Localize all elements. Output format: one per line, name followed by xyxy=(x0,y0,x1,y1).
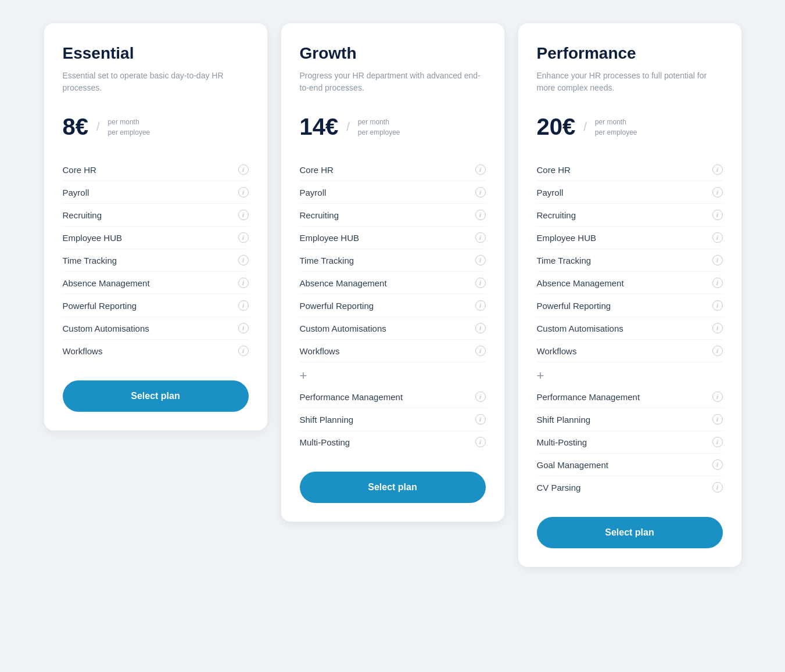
feature-label: Payroll xyxy=(63,188,89,197)
list-item: Powerful Reportingi xyxy=(300,294,486,317)
info-icon[interactable]: i xyxy=(712,323,723,333)
list-item: Absence Managementi xyxy=(300,272,486,294)
info-icon[interactable]: i xyxy=(238,187,249,197)
feature-label: Powerful Reporting xyxy=(537,301,611,311)
info-icon[interactable]: i xyxy=(238,323,249,333)
plan-description-essential: Essential set to operate basic day-to-da… xyxy=(63,70,249,98)
info-icon[interactable]: i xyxy=(712,346,723,356)
features-list-essential: Core HRiPayrolliRecruitingiEmployee HUBi… xyxy=(63,159,249,362)
info-icon[interactable]: i xyxy=(475,210,486,220)
list-item: Recruitingi xyxy=(537,204,723,227)
info-icon[interactable]: i xyxy=(712,210,723,220)
select-plan-button-growth[interactable]: Select plan xyxy=(300,472,486,503)
plan-description-growth: Progress your HR department with advance… xyxy=(300,70,486,98)
list-item: Multi-Postingi xyxy=(537,431,723,454)
feature-label: Workflows xyxy=(300,346,340,356)
price-unit-essential: per monthper employee xyxy=(108,117,150,138)
list-item: Workflowsi xyxy=(300,340,486,362)
feature-label: Workflows xyxy=(63,346,103,356)
info-icon[interactable]: i xyxy=(712,482,723,493)
info-icon[interactable]: i xyxy=(712,278,723,288)
select-plan-button-essential[interactable]: Select plan xyxy=(63,380,249,412)
feature-label: Custom Automisations xyxy=(300,324,386,333)
list-item: Employee HUBi xyxy=(63,227,249,249)
info-icon[interactable]: i xyxy=(238,346,249,356)
price-amount-performance: 20€ xyxy=(537,114,576,140)
info-icon[interactable]: i xyxy=(238,164,249,175)
info-icon[interactable]: i xyxy=(238,232,249,243)
feature-label: Payroll xyxy=(300,188,327,197)
feature-label: Employee HUB xyxy=(63,233,123,243)
feature-label: Recruiting xyxy=(537,210,576,220)
feature-label: Workflows xyxy=(537,346,577,356)
price-amount-essential: 8€ xyxy=(63,114,89,140)
info-icon[interactable]: i xyxy=(475,391,486,402)
list-item: Recruitingi xyxy=(63,204,249,227)
info-icon[interactable]: i xyxy=(712,164,723,175)
info-icon[interactable]: i xyxy=(712,187,723,197)
plan-card-essential: EssentialEssential set to operate basic … xyxy=(44,23,267,430)
list-item: Time Trackingi xyxy=(537,249,723,272)
plan-card-growth: GrowthProgress your HR department with a… xyxy=(281,23,504,522)
feature-label: Absence Management xyxy=(300,278,387,288)
info-icon[interactable]: i xyxy=(238,210,249,220)
feature-label: Recruiting xyxy=(63,210,102,220)
price-unit-growth: per monthper employee xyxy=(358,117,400,138)
info-icon[interactable]: i xyxy=(475,232,486,243)
feature-label: Payroll xyxy=(537,188,564,197)
info-icon[interactable]: i xyxy=(475,187,486,197)
info-icon[interactable]: i xyxy=(712,437,723,447)
list-item: Absence Managementi xyxy=(537,272,723,294)
info-icon[interactable]: i xyxy=(475,346,486,356)
price-amount-growth: 14€ xyxy=(300,114,339,140)
features-separator: + xyxy=(537,362,723,386)
list-item: Custom Automisationsi xyxy=(300,317,486,340)
info-icon[interactable]: i xyxy=(475,437,486,447)
plan-name-performance: Performance xyxy=(537,44,723,63)
info-icon[interactable]: i xyxy=(712,391,723,402)
price-unit-performance: per monthper employee xyxy=(595,117,637,138)
feature-label: Employee HUB xyxy=(537,233,597,243)
info-icon[interactable]: i xyxy=(238,278,249,288)
info-icon[interactable]: i xyxy=(712,232,723,243)
feature-label: Goal Management xyxy=(537,460,608,470)
list-item: Performance Managementi xyxy=(537,386,723,408)
separator-label: + xyxy=(537,368,544,383)
pricing-container: EssentialEssential set to operate basic … xyxy=(44,23,741,567)
feature-label: Multi-Posting xyxy=(537,437,587,447)
info-icon[interactable]: i xyxy=(712,414,723,425)
list-item: Shift Planningi xyxy=(537,408,723,431)
list-item: Time Trackingi xyxy=(63,249,249,272)
feature-label: Time Tracking xyxy=(537,256,592,265)
feature-label: CV Parsing xyxy=(537,483,581,493)
info-icon[interactable]: i xyxy=(475,255,486,265)
feature-label: Custom Automisations xyxy=(63,324,149,333)
list-item: Employee HUBi xyxy=(300,227,486,249)
info-icon[interactable]: i xyxy=(712,255,723,265)
info-icon[interactable]: i xyxy=(475,300,486,311)
info-icon[interactable]: i xyxy=(475,164,486,175)
features-separator: + xyxy=(300,362,486,386)
feature-label: Employee HUB xyxy=(300,233,360,243)
feature-label: Performance Management xyxy=(537,392,640,402)
feature-label: Core HR xyxy=(537,165,571,175)
select-plan-button-performance[interactable]: Select plan xyxy=(537,517,723,548)
price-divider-performance: / xyxy=(583,120,587,134)
info-icon[interactable]: i xyxy=(238,300,249,311)
list-item: Core HRi xyxy=(300,159,486,181)
list-item: Workflowsi xyxy=(63,340,249,362)
info-icon[interactable]: i xyxy=(475,278,486,288)
info-icon[interactable]: i xyxy=(712,459,723,470)
info-icon[interactable]: i xyxy=(475,414,486,425)
info-icon[interactable]: i xyxy=(712,300,723,311)
list-item: Core HRi xyxy=(63,159,249,181)
list-item: Time Trackingi xyxy=(300,249,486,272)
plan-name-essential: Essential xyxy=(63,44,249,63)
list-item: Multi-Postingi xyxy=(300,431,486,453)
feature-label: Performance Management xyxy=(300,392,403,402)
list-item: Recruitingi xyxy=(300,204,486,227)
info-icon[interactable]: i xyxy=(238,255,249,265)
info-icon[interactable]: i xyxy=(475,323,486,333)
price-row-growth: 14€/per monthper employee xyxy=(300,114,486,140)
plan-description-performance: Enhance your HR processes to full potent… xyxy=(537,70,723,98)
